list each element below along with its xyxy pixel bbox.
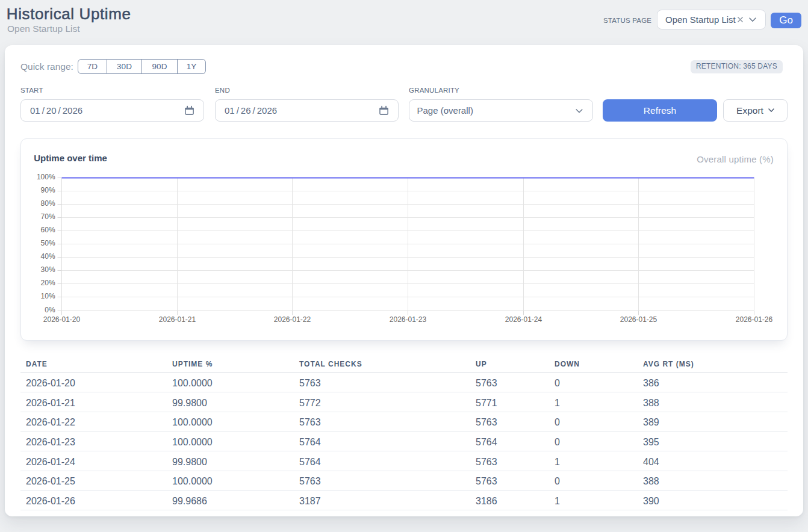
- svg-text:2026-01-26: 2026-01-26: [736, 315, 773, 324]
- svg-text:2026-01-20: 2026-01-20: [43, 315, 81, 324]
- svg-text:80%: 80%: [41, 199, 55, 208]
- svg-text:60%: 60%: [41, 226, 55, 234]
- svg-text:40%: 40%: [41, 252, 55, 261]
- svg-text:50%: 50%: [41, 239, 55, 247]
- svg-text:2026-01-24: 2026-01-24: [505, 315, 542, 324]
- svg-text:0%: 0%: [45, 306, 55, 314]
- svg-text:20%: 20%: [41, 279, 55, 287]
- svg-text:10%: 10%: [41, 292, 55, 300]
- svg-text:2026-01-21: 2026-01-21: [159, 315, 196, 324]
- svg-text:2026-01-23: 2026-01-23: [390, 315, 427, 324]
- svg-text:70%: 70%: [41, 212, 55, 221]
- svg-text:30%: 30%: [41, 265, 55, 274]
- svg-text:2026-01-25: 2026-01-25: [620, 315, 657, 324]
- svg-text:100%: 100%: [37, 173, 55, 181]
- svg-text:90%: 90%: [41, 186, 55, 194]
- svg-text:2026-01-22: 2026-01-22: [274, 315, 311, 324]
